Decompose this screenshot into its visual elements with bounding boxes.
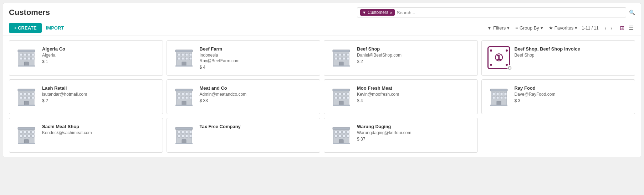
svg-rect-89	[32, 131, 34, 133]
customer-detail1: Warungdaging@kerfour.com	[357, 130, 472, 135]
customer-card[interactable]: ① ⚙ Beef Shop, Beef Shop invoiceBeef Sho…	[481, 40, 635, 76]
card-info: Tax Free Company	[200, 124, 315, 130]
create-button[interactable]: + CREATE	[9, 23, 42, 33]
svg-rect-39	[24, 93, 26, 95]
customer-card[interactable]: Sachi Meat ShopKendrick@sachimeat.com	[9, 118, 163, 153]
customer-card[interactable]: Warung DagingWarungdaging@kerfour.com$ 3…	[324, 118, 478, 153]
customer-detail1: Daniel@BeefShop.com	[357, 53, 472, 58]
svg-rect-81	[504, 96, 507, 99]
svg-rect-18	[178, 57, 180, 60]
customer-amount: $ 4	[357, 98, 472, 103]
favorites-button[interactable]: ★ Favorites ▾	[549, 25, 577, 31]
filter-tag-close-icon[interactable]: ×	[390, 10, 393, 15]
svg-rect-74	[492, 93, 495, 95]
svg-rect-6	[20, 57, 22, 60]
customer-name: Warung Daging	[357, 124, 472, 129]
filter-tag[interactable]: ▼ Customers ×	[360, 9, 395, 16]
customer-card[interactable]: Beef FarmIndonesiaRay@BeefFarm.com$ 4	[167, 40, 321, 76]
customer-card[interactable]: Lash Retaillsutandar@hotmail.com$ 2	[9, 79, 163, 114]
filters-chevron-icon: ▾	[507, 25, 510, 31]
svg-rect-53	[189, 93, 192, 95]
svg-rect-37	[18, 89, 35, 91]
kanban-view-button[interactable]: ⊞	[618, 24, 626, 32]
customer-card[interactable]: Tax Free Company	[167, 118, 321, 153]
svg-rect-56	[185, 96, 188, 99]
svg-rect-16	[185, 53, 188, 56]
customer-avatar	[330, 124, 353, 147]
svg-rect-61	[333, 89, 350, 91]
header-toolbar: + CREATE IMPORT ▼ Filters ▾ ≡ Group By ▾	[9, 20, 635, 36]
groupby-button[interactable]: ≡ Group By ▾	[515, 25, 543, 31]
svg-rect-32	[343, 57, 345, 60]
search-input[interactable]	[397, 10, 623, 15]
svg-rect-1	[18, 50, 35, 52]
svg-rect-23	[175, 65, 193, 67]
svg-rect-109	[333, 127, 350, 130]
svg-rect-51	[182, 93, 184, 95]
customer-name: Algeria Co	[42, 46, 157, 52]
svg-rect-87	[24, 131, 26, 133]
svg-rect-47	[18, 105, 35, 106]
customer-detail1: Dave@RayFood.com	[515, 92, 629, 97]
svg-rect-66	[335, 96, 337, 99]
card-info: Warung DagingWarungdaging@kerfour.com$ 3…	[357, 124, 472, 142]
card-info: Meat and CoAdmin@meatandco.com$ 33	[200, 85, 315, 103]
svg-rect-104	[185, 135, 188, 137]
next-page-button[interactable]: ›	[609, 25, 614, 32]
customer-name: Beef Farm	[200, 46, 315, 52]
customer-card[interactable]: Beef ShopDaniel@BeefShop.com$ 2	[324, 40, 478, 76]
customer-amount: $ 2	[357, 59, 472, 64]
svg-rect-49	[175, 89, 193, 91]
svg-rect-76	[500, 93, 503, 95]
svg-rect-25	[333, 50, 350, 52]
svg-rect-110	[335, 131, 337, 133]
list-view-button[interactable]: ☰	[627, 24, 635, 32]
search-bar[interactable]: ▼ Customers ×	[357, 7, 626, 17]
customer-avatar	[173, 85, 195, 108]
svg-rect-92	[28, 135, 30, 137]
customer-avatar	[173, 46, 195, 69]
import-button[interactable]: IMPORT	[45, 23, 66, 33]
customer-amount: $ 4	[200, 65, 315, 70]
svg-rect-21	[189, 57, 192, 60]
svg-rect-59	[175, 105, 193, 106]
svg-rect-52	[185, 93, 188, 95]
svg-rect-50	[178, 93, 180, 95]
svg-rect-45	[32, 96, 34, 99]
customer-card[interactable]: Meat and CoAdmin@meatandco.com$ 33	[167, 79, 321, 114]
customer-detail1: Kevin@moofresh.com	[357, 92, 472, 97]
svg-rect-91	[24, 135, 26, 137]
svg-rect-28	[343, 53, 345, 56]
filters-button[interactable]: ▼ Filters ▾	[487, 25, 510, 31]
customer-avatar	[330, 85, 353, 108]
search-icon[interactable]: 🔍	[629, 10, 635, 15]
card-info: Beef ShopDaniel@BeefShop.com$ 2	[357, 46, 472, 64]
svg-rect-93	[32, 135, 34, 137]
customer-avatar	[15, 46, 38, 69]
view-toggle: ⊞ ☰	[618, 24, 635, 32]
prev-page-button[interactable]: ‹	[603, 25, 608, 32]
svg-rect-14	[178, 53, 180, 56]
customer-amount: $ 37	[357, 137, 472, 142]
svg-rect-8	[28, 57, 30, 60]
star-icon: ★	[549, 25, 553, 31]
svg-rect-4	[28, 53, 30, 56]
card-info: Moo Fresh MeatKevin@moofresh.com$ 4	[357, 85, 472, 103]
customer-card[interactable]: Ray FoodDave@RayFood.com$ 3	[481, 79, 635, 114]
customer-card[interactable]: Moo Fresh MeatKevin@moofresh.com$ 4	[324, 79, 478, 114]
svg-rect-80	[500, 96, 503, 99]
svg-rect-78	[492, 96, 495, 99]
svg-rect-26	[335, 53, 337, 56]
svg-rect-29	[347, 53, 349, 56]
header: Customers ▼ Customers × 🔍 + CREATE IMPOR…	[3, 3, 641, 36]
customer-name: Beef Shop, Beef Shop invoice	[515, 46, 629, 52]
header-top: Customers ▼ Customers × 🔍	[9, 7, 635, 17]
svg-rect-71	[333, 105, 350, 106]
customer-avatar	[173, 124, 195, 147]
svg-rect-102	[178, 135, 180, 137]
svg-rect-9	[32, 57, 34, 60]
svg-rect-2	[20, 53, 22, 56]
customer-card[interactable]: Algeria CoAlgeria$ 1	[9, 40, 163, 76]
svg-rect-79	[496, 96, 499, 99]
customer-detail1: Algeria	[42, 53, 157, 58]
